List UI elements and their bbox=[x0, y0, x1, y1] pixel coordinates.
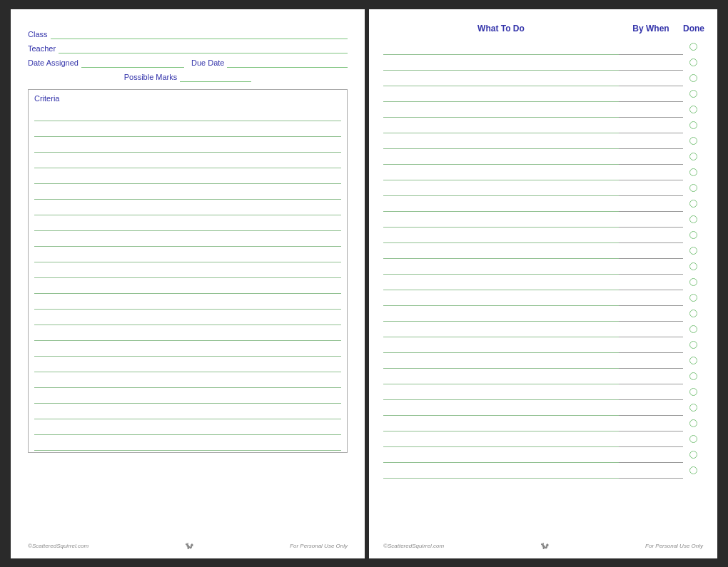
date-row: Date Assigned Due Date bbox=[28, 58, 348, 68]
criteria-line bbox=[34, 404, 341, 419]
task-row bbox=[383, 400, 703, 416]
task-line bbox=[383, 400, 619, 416]
bywhen-line bbox=[619, 384, 683, 400]
done-circle bbox=[683, 353, 703, 369]
task-line bbox=[383, 416, 619, 431]
task-line bbox=[383, 71, 619, 86]
task-row bbox=[383, 337, 703, 353]
checkbox-circle[interactable] bbox=[689, 121, 697, 129]
checkbox-circle[interactable] bbox=[689, 388, 697, 396]
checkbox-circle[interactable] bbox=[689, 262, 697, 270]
checkbox-circle[interactable] bbox=[689, 419, 697, 427]
bywhen-line bbox=[619, 322, 683, 337]
left-page-footer: ©ScatteredSquirrel.com 🐿 For Personal Us… bbox=[11, 541, 365, 551]
done-circle bbox=[683, 71, 703, 86]
done-circle bbox=[683, 212, 703, 228]
checkbox-circle[interactable] bbox=[689, 357, 697, 364]
done-circle bbox=[683, 180, 703, 196]
right-header: What To Do By When Done bbox=[383, 24, 703, 35]
task-line bbox=[383, 306, 619, 322]
criteria-line bbox=[34, 341, 341, 357]
checkbox-circle[interactable] bbox=[689, 90, 697, 98]
checkbox-circle[interactable] bbox=[689, 231, 697, 239]
checkbox-circle[interactable] bbox=[689, 341, 697, 349]
done-circle bbox=[683, 243, 703, 259]
task-line bbox=[383, 228, 619, 243]
right-footer-copyright: ©ScatteredSquirrel.com bbox=[383, 543, 444, 549]
checkbox-circle[interactable] bbox=[689, 200, 697, 208]
bywhen-line bbox=[619, 416, 683, 431]
task-row bbox=[383, 416, 703, 431]
right-page: What To Do By When Done ©ScatteredSquirr… bbox=[369, 9, 717, 558]
checkbox-circle[interactable] bbox=[689, 58, 697, 66]
task-row bbox=[383, 259, 703, 275]
criteria-lines bbox=[34, 106, 341, 451]
checkbox-circle[interactable] bbox=[689, 310, 697, 317]
checkbox-circle[interactable] bbox=[689, 137, 697, 145]
task-row bbox=[383, 447, 703, 463]
criteria-line bbox=[34, 325, 341, 341]
checkbox-circle[interactable] bbox=[689, 168, 697, 176]
task-row bbox=[383, 290, 703, 306]
done-circle bbox=[683, 416, 703, 431]
bywhen-line bbox=[619, 431, 683, 447]
checkbox-circle[interactable] bbox=[689, 294, 697, 302]
checkbox-circle[interactable] bbox=[689, 451, 697, 459]
checkbox-circle[interactable] bbox=[689, 466, 697, 474]
checkbox-circle[interactable] bbox=[689, 325, 697, 333]
task-line bbox=[383, 39, 619, 55]
done-circle bbox=[683, 149, 703, 165]
possible-marks-label: Possible Marks bbox=[124, 73, 178, 81]
criteria-line bbox=[34, 372, 341, 388]
checkbox-circle[interactable] bbox=[689, 43, 697, 51]
task-line bbox=[383, 165, 619, 180]
done-circle bbox=[683, 133, 703, 149]
done-circle bbox=[683, 228, 703, 243]
right-page-footer: ©ScatteredSquirrel.com 🐿 For Personal Us… bbox=[369, 541, 717, 551]
task-row bbox=[383, 165, 703, 180]
page-container: Class Teacher Date Assigned Due Date Pos… bbox=[0, 0, 728, 567]
checkbox-circle[interactable] bbox=[689, 153, 697, 160]
class-underline bbox=[51, 29, 348, 39]
task-row bbox=[383, 39, 703, 55]
done-header: Done bbox=[683, 24, 703, 34]
done-circle bbox=[683, 39, 703, 55]
task-line bbox=[383, 118, 619, 133]
criteria-line bbox=[34, 294, 341, 310]
checkbox-circle[interactable] bbox=[689, 215, 697, 223]
checkbox-circle[interactable] bbox=[689, 184, 697, 192]
criteria-line bbox=[34, 357, 341, 372]
done-circle bbox=[683, 55, 703, 71]
done-circle bbox=[683, 384, 703, 400]
criteria-line bbox=[34, 215, 341, 231]
task-row bbox=[383, 463, 703, 479]
criteria-line bbox=[34, 262, 341, 278]
checkbox-circle[interactable] bbox=[689, 435, 697, 443]
checkbox-circle[interactable] bbox=[689, 278, 697, 286]
bywhen-line bbox=[619, 212, 683, 228]
bywhen-line bbox=[619, 165, 683, 180]
task-row bbox=[383, 102, 703, 118]
task-line bbox=[383, 290, 619, 306]
checkbox-circle[interactable] bbox=[689, 372, 697, 380]
done-circle bbox=[683, 369, 703, 384]
bywhen-line bbox=[619, 39, 683, 55]
possible-marks-row: Possible Marks bbox=[28, 72, 348, 82]
criteria-line bbox=[34, 310, 341, 325]
checkbox-circle[interactable] bbox=[689, 106, 697, 113]
checkbox-circle[interactable] bbox=[689, 247, 697, 255]
task-row bbox=[383, 353, 703, 369]
done-circle bbox=[683, 290, 703, 306]
checkbox-circle[interactable] bbox=[689, 74, 697, 82]
criteria-line bbox=[34, 231, 341, 247]
checkbox-circle[interactable] bbox=[689, 404, 697, 412]
bywhen-line bbox=[619, 71, 683, 86]
task-row bbox=[383, 118, 703, 133]
done-circle bbox=[683, 118, 703, 133]
task-line bbox=[383, 369, 619, 384]
task-row bbox=[383, 180, 703, 196]
criteria-line bbox=[34, 200, 341, 215]
task-line bbox=[383, 322, 619, 337]
bywhen-line bbox=[619, 353, 683, 369]
task-row bbox=[383, 322, 703, 337]
